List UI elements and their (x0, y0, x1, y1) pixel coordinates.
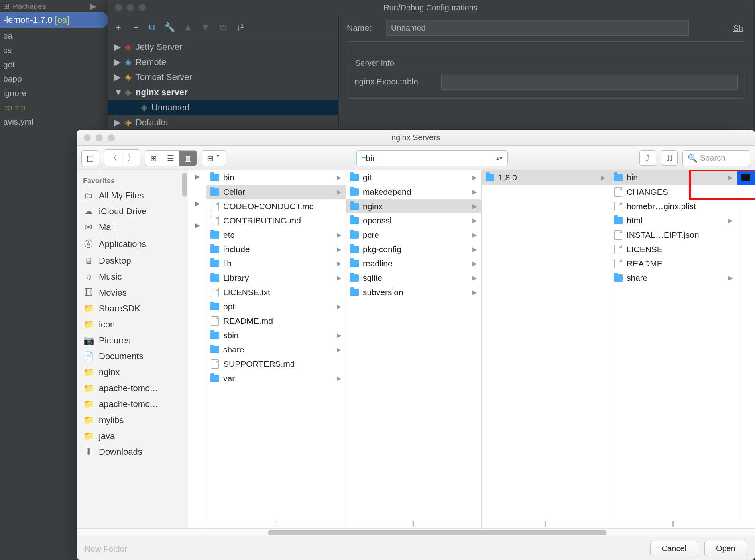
expand-icon[interactable]: ▼ (114, 85, 120, 100)
config-tree-item[interactable]: ▶◈Jetty Server (108, 39, 338, 55)
column-row[interactable]: openssl▶ (346, 213, 481, 228)
sidebar-item[interactable]: ☁iCloud Drive (77, 204, 188, 219)
sort-icon[interactable]: ↓² (236, 22, 244, 33)
config-tree-item[interactable]: ▼◈nginx server (108, 85, 338, 100)
add-button[interactable]: ＋ (114, 22, 123, 33)
icon-view-button[interactable]: ⊞ (145, 151, 162, 166)
project-tree-item[interactable]: cs (0, 43, 100, 57)
sidebar-toggle-button[interactable]: ◫ (81, 150, 99, 166)
column-row[interactable] (188, 210, 206, 214)
expand-icon[interactable]: ▶ (114, 55, 120, 70)
column-row[interactable] (188, 214, 206, 219)
column-row[interactable]: makedepend▶ (346, 185, 481, 199)
config-tree-item[interactable]: ▶◈Defaults (108, 115, 338, 130)
column-row[interactable]: nginx (737, 170, 755, 185)
resize-handle[interactable]: ‖ (544, 520, 547, 527)
column-row[interactable]: bin▶ (206, 170, 346, 185)
column-row[interactable]: pcre▶ (346, 228, 481, 242)
column-3[interactable]: bin▶CHANGEShomebr…ginx.plisthtml▶INSTAL…… (610, 170, 737, 528)
scrollbar-thumb[interactable] (182, 173, 187, 197)
share-button[interactable]: ⤴ (639, 150, 656, 166)
remove-button[interactable]: － (132, 22, 140, 33)
column-row[interactable]: sqlite▶ (346, 271, 481, 285)
sidebar-item[interactable]: 🖥Desktop (77, 253, 188, 269)
sidebar-item[interactable]: 📷Pictures (77, 333, 188, 349)
column-row[interactable]: 1.8.0▶ (482, 170, 610, 185)
column-row[interactable]: README (610, 257, 737, 271)
column-view-button[interactable]: ▥ (179, 151, 197, 166)
column-row[interactable]: include▶ (206, 242, 346, 257)
column-row[interactable]: share▶ (206, 343, 346, 357)
column-row[interactable] (188, 188, 206, 192)
forward-button[interactable]: 〉 (122, 150, 140, 166)
cancel-button[interactable]: Cancel (650, 541, 698, 556)
open-button[interactable]: Open (704, 541, 747, 556)
column-row[interactable]: CONTRIBUTING.md (206, 213, 346, 228)
column-row[interactable]: LICENSE (610, 242, 737, 257)
project-tree-item[interactable]: bapp (0, 72, 100, 86)
sidebar-item[interactable]: 📁ShareSDK (77, 301, 188, 317)
column-row[interactable]: sbin▶ (206, 328, 346, 343)
project-tree-item[interactable]: ea.zip (0, 100, 100, 115)
column-row[interactable]: bin▶ (610, 170, 737, 185)
config-titlebar[interactable]: Run/Debug Configurations (108, 0, 753, 15)
breadcrumb[interactable]: -lemon-1.7.0 [oa] (0, 12, 104, 28)
copy-icon[interactable]: ⧉ (149, 22, 155, 33)
column-row[interactable]: lib▶ (206, 257, 346, 271)
finder-titlebar[interactable]: nginx Servers (77, 130, 755, 146)
config-tree[interactable]: ▶◈Jetty Server▶◈Remote▶◈Tomcat Server▼◈n… (108, 37, 338, 130)
sidebar-item[interactable]: 📁mylibs (77, 412, 188, 428)
column-row[interactable]: opt▶ (206, 300, 346, 314)
column-row[interactable]: CODEOFCONDUCT.md (206, 199, 346, 213)
search-input[interactable]: 🔍 Search (682, 150, 750, 166)
expand-icon[interactable]: ▶ (114, 70, 120, 85)
column-row[interactable]: git▶ (346, 170, 481, 185)
config-tree-item[interactable]: ▶◈Remote (108, 55, 338, 70)
folder-icon[interactable]: 🗀 (219, 22, 228, 33)
column-row[interactable]: homebr…ginx.plist (610, 199, 737, 213)
packages-header[interactable]: ⊞ Packages ▶ (0, 0, 100, 12)
column-row[interactable] (188, 192, 206, 197)
column-row[interactable]: INSTAL…EIPT.json (610, 228, 737, 242)
wrench-icon[interactable]: 🔧 (164, 22, 175, 33)
sidebar-item[interactable]: ⒶApplications (77, 235, 188, 253)
sidebar-item[interactable]: ✉Mail (77, 219, 188, 235)
project-tree-item[interactable]: ignore (0, 86, 100, 100)
sidebar-item[interactable]: 🗂All My Files (77, 188, 188, 204)
project-tree[interactable]: eacsgetbappignoreea.zipavis.yml (0, 29, 100, 129)
sidebar-item[interactable]: 📁nginx (77, 364, 188, 380)
config-tabs[interactable] (347, 41, 745, 57)
column-row[interactable]: etc▶ (206, 228, 346, 242)
expand-icon[interactable]: ▶ (114, 115, 120, 130)
sidebar-item[interactable]: 📁icon (77, 317, 188, 333)
column-row[interactable]: share▶ (610, 271, 737, 285)
column-row[interactable]: SUPPORTERS.md (206, 357, 346, 371)
nginx-exec-input[interactable] (441, 74, 738, 90)
share-checkbox[interactable]: Sh (724, 24, 743, 33)
new-folder-button[interactable]: New Folder (85, 544, 127, 554)
path-selector[interactable]: bin ▴▾ (356, 150, 508, 166)
tags-button[interactable]: ◯⃠ (661, 150, 678, 166)
column-row[interactable]: readline▶ (346, 257, 481, 271)
column-partial[interactable]: ▶▶▶ (188, 170, 206, 528)
sidebar-item[interactable]: 🎞Movies (77, 285, 188, 301)
column-row[interactable]: LICENSE.txt (206, 285, 346, 300)
column-0[interactable]: bin▶Cellar▶CODEOFCONDUCT.mdCONTRIBUTING.… (206, 170, 346, 528)
column-row[interactable]: ▶ (188, 170, 206, 183)
column-4[interactable]: nginx (737, 170, 755, 528)
column-2[interactable]: 1.8.0▶‖ (482, 170, 610, 528)
sidebar-item[interactable]: 📁java (77, 428, 188, 444)
column-row[interactable]: Library▶ (206, 271, 346, 285)
column-1[interactable]: git▶makedepend▶nginx▶openssl▶pcre▶pkg-co… (346, 170, 482, 528)
config-tree-item[interactable]: ▶◈Tomcat Server (108, 70, 338, 85)
resize-handle[interactable]: ‖ (412, 520, 415, 527)
column-row[interactable]: ▶ (188, 219, 206, 231)
sidebar-item[interactable]: ⬇Downloads (77, 444, 188, 460)
list-view-button[interactable]: ☰ (162, 151, 179, 166)
column-row[interactable]: ▶ (188, 197, 206, 210)
project-tree-item[interactable]: avis.yml (0, 115, 100, 129)
sidebar-item[interactable]: 📄Documents (77, 349, 188, 364)
expand-icon[interactable]: ▶ (114, 39, 120, 55)
column-row[interactable]: pkg-config▶ (346, 242, 481, 257)
scrollbar-thumb[interactable] (268, 530, 607, 535)
